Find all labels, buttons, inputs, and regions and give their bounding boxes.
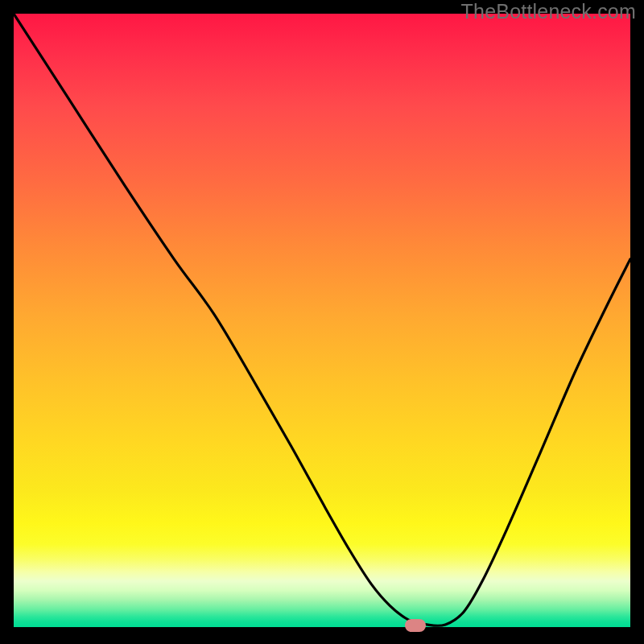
plot-area: [14, 14, 630, 627]
optimum-marker: [405, 619, 426, 632]
chart-frame: TheBottleneck.com: [0, 0, 644, 644]
bottleneck-curve: [14, 14, 630, 627]
watermark-text: TheBottleneck.com: [461, 0, 636, 23]
